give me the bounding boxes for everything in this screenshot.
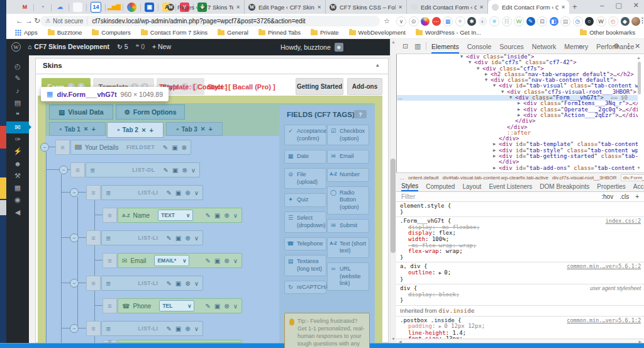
sidebar-item-contact[interactable]: ✉: [6, 121, 29, 133]
blank-icon[interactable]: [73, 3, 82, 12]
field-button-file[interactable]: ⊘File (upload): [284, 168, 326, 189]
url-text[interactable]: cf7skinsdev.local/wp-admin/admin.php?pag…: [92, 18, 305, 25]
chevron-down-icon[interactable]: ∨: [194, 235, 199, 242]
collapse-arrow-icon[interactable]: ▶: [485, 72, 487, 77]
expand-arrow-icon[interactable]: ▼: [477, 66, 479, 72]
minimize-button[interactable]: –: [600, 1, 604, 9]
copy-icon[interactable]: ▣: [172, 167, 178, 174]
styles-tab-accessibility[interactable]: Accessibility: [633, 183, 644, 190]
chevron-down-icon[interactable]: ∨: [194, 189, 199, 196]
devtools-tab-sources[interactable]: Sources: [499, 43, 524, 53]
collapse-arrow-icon[interactable]: ▶: [518, 107, 520, 113]
copy-icon[interactable]: ▣: [175, 189, 181, 196]
field-type-select[interactable]: TEXT∨: [158, 210, 193, 221]
clock-blue-ext-icon[interactable]: ◷: [573, 16, 583, 26]
edit-icon[interactable]: ✎: [166, 325, 171, 332]
close-tab-icon[interactable]: ✕: [142, 127, 147, 133]
instagram-ext-icon[interactable]: [421, 17, 430, 26]
styles-tab-styles[interactable]: Styles: [401, 182, 418, 191]
tree-row[interactable]: Your DetailsFIELDSET✎▣⊗: [70, 140, 191, 155]
bookmark-item[interactable]: Private: [311, 29, 339, 36]
bookmark-item[interactable]: Contact Form 7 Skins: [141, 29, 208, 36]
edit-icon[interactable]: ✎: [163, 144, 168, 151]
sidebar-item-media[interactable]: ♪: [6, 85, 29, 97]
inherited-element-ref[interactable]: div.inside: [438, 307, 474, 314]
form-tab[interactable]: ‹›Tab 2✕+: [107, 122, 164, 138]
new-rule-button[interactable]: +: [635, 193, 639, 200]
collapse-node-icon[interactable]: −: [70, 324, 79, 333]
edit-icon[interactable]: ✎: [166, 235, 171, 242]
element-row[interactable]: ▶<div id="tab-add-ons" class="tab-conten…: [397, 166, 638, 171]
collapse-node-icon[interactable]: −: [70, 188, 79, 197]
tree-row[interactable]: ≣LIST-LI✎▣⊗∨: [101, 276, 203, 291]
devtools-tab-memory[interactable]: Memory: [564, 43, 588, 53]
close-tab-icon[interactable]: ✕: [84, 126, 89, 132]
red-grid-ext-icon[interactable]: ⋯: [432, 17, 441, 26]
analytics-icon[interactable]: ▂▅▇: [109, 3, 119, 12]
field-button-quiz[interactable]: ✦Quiz: [284, 193, 326, 207]
drag-handle[interactable]: ≡: [86, 321, 101, 336]
edit-icon[interactable]: ✎: [166, 280, 171, 287]
close-tab-icon[interactable]: ✕: [479, 4, 484, 10]
sidebar-item-pages[interactable]: ▤: [6, 97, 29, 109]
drag-handle[interactable]: ≡: [103, 340, 117, 343]
sidebar-item-plugins[interactable]: ⚡: [6, 145, 29, 157]
field-button-acceptance[interactable]: ✓Acceptance (confirm): [284, 125, 326, 145]
expand-arrow-icon[interactable]: ▶: [439, 271, 444, 276]
more-tabs-icon[interactable]: »: [579, 43, 582, 50]
field-button-email[interactable]: ✉Email: [327, 150, 369, 164]
copy-icon[interactable]: ▣: [175, 235, 181, 242]
devtools-close-icon[interactable]: ✕: [635, 42, 640, 50]
wheel-icon[interactable]: [127, 3, 136, 12]
blue-tiles-ext-icon[interactable]: ▦: [443, 16, 453, 26]
delete-icon[interactable]: ⊗: [224, 257, 229, 264]
collapse-arrow-icon[interactable]: ▶: [493, 142, 496, 147]
comments-item[interactable]: ❝ 0: [136, 43, 145, 50]
chevron-down-icon[interactable]: ∨: [233, 257, 238, 264]
breadcrumb-item[interactable]: div.cf7s-visual-root__3HBOR: [552, 175, 617, 181]
hov-toggle[interactable]: :hov: [601, 193, 613, 200]
back-icon[interactable]: ←: [16, 16, 23, 25]
filter-input[interactable]: Filter: [401, 193, 415, 200]
sidebar-item-posts[interactable]: ✎: [6, 72, 29, 84]
sidebar-item-appearance[interactable]: ✑: [6, 133, 29, 145]
field-button-select[interactable]: ☰Select (dropdown): [284, 211, 326, 232]
add-tab-icon[interactable]: +: [208, 125, 212, 133]
tree-row[interactable]: [118, 340, 242, 343]
edit-icon[interactable]: ✎: [205, 212, 210, 219]
field-type-select[interactable]: TEL∨: [159, 300, 194, 312]
browser-tab[interactable]: Edit Contact Form ‹ CF7 Skins✕: [488, 0, 569, 14]
stylesheet-link[interactable]: common.min.…ver=5.6.1:2: [567, 264, 641, 270]
page-scrollbar-thumb[interactable]: [391, 159, 396, 253]
devtools-tab-console[interactable]: Console: [467, 43, 492, 53]
chevron-down-icon[interactable]: ∨: [233, 303, 238, 310]
copy-icon[interactable]: ▣: [214, 212, 220, 219]
browser-tab[interactable]: WCF7 Skins CSS – Folders & File✕: [326, 0, 407, 14]
close-tab-icon[interactable]: ✕: [317, 4, 321, 10]
browser-tab[interactable]: WEdit Page ‹ CF7 Skins Team —✕: [245, 0, 326, 14]
field-button-number[interactable]: A-ZNumber: [327, 168, 369, 182]
sidebar-item-users[interactable]: ☻: [6, 157, 29, 169]
breadcrumb-item[interactable]: div.Form__vhG7t: [621, 174, 644, 181]
drag-handle[interactable]: ≡: [103, 208, 117, 223]
dark-circle-ext-icon[interactable]: ○: [585, 17, 594, 26]
grid-ext-icon[interactable]: ☷: [502, 16, 512, 26]
bookmark-item[interactable]: General: [218, 29, 248, 36]
tab-visual-data[interactable]: ▤ Visual Data: [49, 104, 113, 120]
getting-started-button[interactable]: Getting Started: [296, 78, 343, 95]
close-tab-icon[interactable]: ✕: [561, 4, 565, 10]
form-tab[interactable]: ‹›Tab 1✕+: [49, 122, 106, 136]
sidebar-item-cf7skins[interactable]: ◉: [6, 194, 29, 206]
wordpress-logo-icon[interactable]: W: [11, 42, 21, 52]
field-button-telephone[interactable]: ☎Telephone: [284, 237, 326, 251]
close-tab-icon[interactable]: ✕: [398, 4, 402, 10]
admin-bar-right[interactable]: Howdy, buzztone ☻: [280, 43, 343, 52]
tree-row[interactable]: A-ZNameTEXT∨✎▣⊗∨: [118, 208, 242, 223]
edit-icon[interactable]: ✎: [205, 303, 210, 310]
styles-pane[interactable]: element.style {}index.css:2.Form___vhG7t…: [396, 202, 644, 339]
drag-handle[interactable]: ≡: [86, 276, 101, 291]
browser-menu-icon[interactable]: ⋮: [639, 16, 644, 25]
close-tab-icon[interactable]: ✕: [201, 126, 206, 132]
calendar-icon[interactable]: 14: [91, 2, 101, 13]
breadcrumb-item[interactable]: div#tab-visual.tab-content.wp-clearfix.t…: [442, 175, 548, 181]
